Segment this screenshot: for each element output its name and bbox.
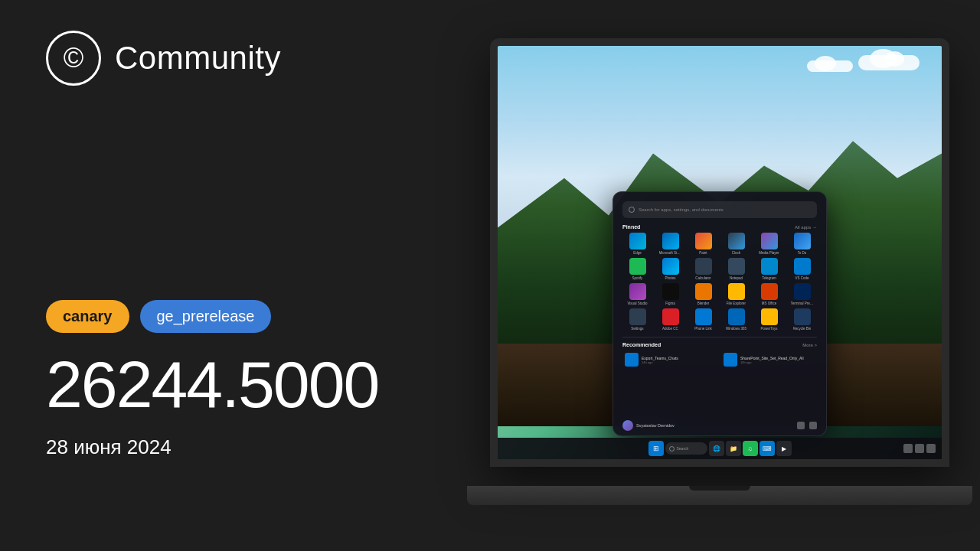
app-icon-img [695, 258, 712, 275]
app-icon-img [662, 283, 679, 300]
pinned-app-adobe-cc[interactable]: Adobe CC [655, 308, 685, 331]
content-area: canary ge_prerelease 26244.5000 28 июня … [46, 300, 444, 520]
taskbar-tray [903, 444, 936, 453]
all-apps-link[interactable]: All apps → [795, 225, 817, 230]
badge-prerelease: ge_prerelease [140, 300, 272, 333]
pinned-app-media-player[interactable]: Media Player [754, 233, 784, 255]
pinned-app-powertoys[interactable]: PowerToys [754, 308, 784, 331]
pinned-app-notepad[interactable]: Notepad [721, 258, 751, 280]
app-label: Figma [665, 302, 675, 305]
app-label: Adobe CC [662, 327, 678, 331]
search-icon [629, 207, 635, 213]
app-icon-img [794, 233, 811, 249]
app-icon-img [794, 283, 811, 300]
start-menu[interactable]: Search for apps, settings, and documents… [612, 191, 827, 436]
app-icon-img [662, 308, 679, 325]
recommended-header: Recommended More > [622, 342, 817, 347]
logo-area: © Community [46, 31, 444, 86]
more-link[interactable]: More > [802, 343, 817, 347]
pinned-label: Pinned [622, 224, 640, 230]
pinned-app-to-do[interactable]: To Do [787, 233, 817, 255]
app-label: Calculator [695, 276, 710, 280]
version-number: 26244.5000 [46, 351, 444, 417]
app-icon-img [695, 233, 712, 249]
laptop-base [467, 486, 972, 505]
app-label: Notepad [730, 276, 743, 280]
app-icon-img [761, 233, 778, 249]
taskbar-app-5[interactable]: ▶ [776, 441, 792, 456]
app-icon-img [794, 258, 811, 275]
pinned-app-ms-office[interactable]: MS Office [754, 283, 784, 305]
user-name: Svyatoslav Demidov [636, 423, 675, 428]
taskbar-app-3[interactable]: ♫ [743, 441, 758, 456]
rec-time: 10h ago [740, 360, 804, 364]
badge-canary: canary [46, 300, 129, 333]
tray-icon-3 [926, 444, 936, 453]
pinned-app-telegram[interactable]: Telegram [754, 258, 784, 280]
pinned-app-microsoft-store[interactable]: Microsoft Store [655, 233, 685, 255]
taskbar-start-icon[interactable]: ⊞ [648, 441, 664, 456]
power-footer-icon[interactable] [809, 422, 817, 429]
start-search-bar[interactable]: Search for apps, settings, and documents [622, 201, 817, 218]
laptop-screen: Search for apps, settings, and documents… [490, 38, 949, 467]
tray-icon-2 [915, 444, 924, 453]
rec-item[interactable]: Export_Teams_Chats 14h ago [622, 350, 718, 369]
app-label: Clock [732, 251, 740, 255]
badges-row: canary ge_prerelease [46, 300, 444, 333]
pinned-apps-grid: Edge Microsoft Store Paint Clock Media P… [622, 233, 817, 331]
app-label: Media Player [759, 251, 779, 255]
settings-footer-icon[interactable] [797, 422, 805, 429]
app-label: Terminal Preview [791, 302, 814, 305]
app-label: Windows 365 [726, 327, 746, 331]
pinned-app-recycle-bin[interactable]: Recycle Bin [787, 308, 817, 331]
taskbar-search[interactable]: Search [665, 442, 707, 455]
pinned-app-file-explorer[interactable]: File Explorer [721, 283, 751, 305]
pinned-app-photos[interactable]: Photos [655, 258, 685, 280]
rec-info: SharePoint_Site_Set_Read_Only_All 10h ag… [740, 356, 804, 364]
pinned-app-visual-studio[interactable]: Visual Studio [622, 283, 652, 305]
app-label: MS Office [762, 302, 777, 305]
app-icon-img [629, 283, 646, 300]
pinned-app-terminal-preview[interactable]: Terminal Preview [787, 283, 817, 305]
user-info: Svyatoslav Demidov [622, 420, 675, 431]
taskbar-app-1[interactable]: 🌐 [709, 441, 724, 456]
start-footer: Svyatoslav Demidov [622, 420, 817, 431]
recommended-label: Recommended [622, 342, 661, 347]
pinned-app-clock[interactable]: Clock [721, 233, 751, 255]
pinned-app-figma[interactable]: Figma [655, 283, 685, 305]
pinned-app-edge[interactable]: Edge [622, 233, 652, 255]
taskbar-search-text: Search [677, 446, 689, 451]
app-icon-img [728, 283, 745, 300]
laptop-mockup: Search for apps, settings, and documents… [467, 38, 972, 513]
taskbar-app-4[interactable]: ⌨ [760, 441, 775, 456]
app-label: To Do [798, 251, 807, 255]
search-placeholder: Search for apps, settings, and documents [639, 207, 724, 212]
app-label: Settings [631, 327, 643, 331]
pinned-app-paint[interactable]: Paint [688, 233, 718, 255]
app-icon-img [629, 258, 646, 275]
rec-info: Export_Teams_Chats 14h ago [642, 356, 678, 364]
right-panel: Search for apps, settings, and documents… [459, 0, 980, 551]
app-icon-img [761, 308, 778, 325]
pinned-app-vs-code[interactable]: VS Code [787, 258, 817, 280]
app-icon-img [728, 233, 745, 249]
pinned-app-blender[interactable]: Blender [688, 283, 718, 305]
app-label: PowerToys [760, 327, 777, 331]
app-icon-img [662, 233, 679, 249]
pinned-app-phone-link[interactable]: Phone Link [688, 308, 718, 331]
taskbar-app-2[interactable]: 📁 [726, 441, 741, 456]
app-label: Microsoft Store [659, 251, 682, 255]
left-panel: © Community canary ge_prerelease 26244.5… [0, 0, 490, 551]
app-label: VS Code [795, 276, 808, 280]
brand-name: Community [115, 40, 281, 77]
rec-item[interactable]: SharePoint_Site_Set_Read_Only_All 10h ag… [721, 350, 817, 369]
taskbar-search-icon [669, 446, 675, 452]
pinned-app-spotify[interactable]: Spotify [622, 258, 652, 280]
app-label: Photos [665, 276, 675, 280]
pinned-app-settings[interactable]: Settings [622, 308, 652, 331]
app-icon-img [728, 258, 745, 275]
pinned-app-windows-365[interactable]: Windows 365 [721, 308, 751, 331]
recommended-section: Recommended More > Export_Teams_Chats 14… [622, 337, 817, 369]
rec-file-icon [724, 353, 737, 367]
pinned-app-calculator[interactable]: Calculator [688, 258, 718, 280]
